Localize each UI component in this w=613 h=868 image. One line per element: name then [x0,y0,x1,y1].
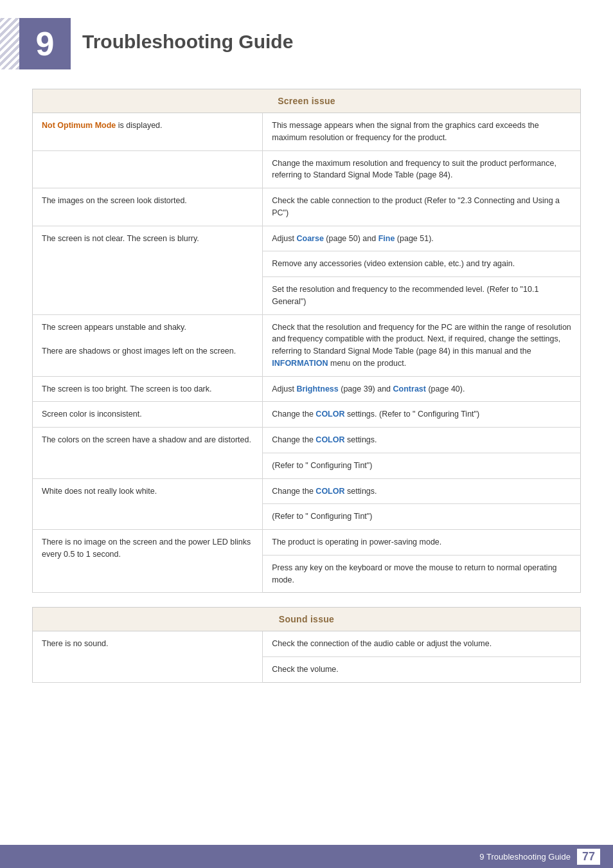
chapter-title: Troubleshooting Guide [82,31,293,53]
table-row: The screen is not clear. The screen is b… [33,226,581,251]
highlight-color: COLOR [315,410,344,419]
table-row: There is no image on the screen and the … [33,530,581,556]
table-row: There is no sound. Check the connection … [33,631,581,657]
table-row: Not Optimum Mode is displayed. This mess… [33,113,581,151]
problem-cell: Not Optimum Mode is displayed. [33,113,263,151]
problem-cell: The screen is not clear. The screen is b… [33,226,263,314]
chapter-number-block: 9 [19,18,71,69]
page-number: 77 [577,849,600,865]
table-row: The images on the screen look distorted.… [33,188,581,226]
table-row: The screen is too bright. The screen is … [33,376,581,402]
table-row: Screen color is inconsistent. Change the… [33,402,581,428]
highlight-fine: Fine [378,234,395,243]
solution-cell: (Refer to " Configuring Tint") [263,504,581,530]
problem-cell: The colors on the screen have a shadow a… [33,428,263,479]
solution-cell: Change the maximum resolution and freque… [263,150,581,188]
solution-cell: Check that the resolution and frequency … [263,314,581,376]
solution-cell: Change the COLOR settings. (Refer to " C… [263,402,581,428]
solution-cell: Remove any accessories (video extension … [263,251,581,277]
problem-cell: There is no sound. [33,631,263,683]
solution-cell: Press any key on the keyboard or move th… [263,555,581,593]
solution-cell: (Refer to " Configuring Tint") [263,453,581,478]
solution-cell: Adjust Brightness (page 39) and Contrast… [263,376,581,402]
solution-cell: Check the volume. [263,657,581,683]
sound-issue-header: Sound issue [33,608,581,631]
sound-issue-table: Sound issue There is no sound. Check the… [32,607,581,683]
solution-cell: Adjust Coarse (page 50) and Fine (page 5… [263,226,581,251]
highlight-information: INFORMATION [272,359,328,368]
solution-cell: Change the COLOR settings. [263,478,581,504]
solution-cell: Change the COLOR settings. [263,428,581,453]
highlight-color: COLOR [315,435,344,444]
footer-text: 9 Troubleshooting Guide [479,852,571,862]
screen-issue-table: Screen issue Not Optimum Mode is display… [32,89,581,593]
problem-cell: Screen color is inconsistent. [33,402,263,428]
problem-cell: The screen is too bright. The screen is … [33,376,263,402]
main-content: Screen issue Not Optimum Mode is display… [0,82,613,716]
screen-issue-header: Screen issue [33,89,581,113]
table-row: White does not really look white. Change… [33,478,581,504]
highlight-contrast: Contrast [393,384,426,393]
problem-cell: The images on the screen look distorted. [33,188,263,226]
highlight-brightness: Brightness [296,384,338,393]
problem-cell: The screen appears unstable and shaky. T… [33,314,263,376]
problem-cell [33,150,263,188]
table-row: Change the maximum resolution and freque… [33,150,581,188]
chapter-number: 9 [36,27,55,60]
problem-cell: There is no image on the screen and the … [33,530,263,593]
solution-cell: Check the connection of the audio cable … [263,631,581,657]
solution-cell: The product is operating in power-saving… [263,530,581,556]
solution-cell: Set the resolution and frequency to the … [263,277,581,315]
highlight-color: COLOR [315,487,344,496]
solution-cell: This message appears when the signal fro… [263,113,581,151]
table-row: The screen appears unstable and shaky. T… [33,314,581,376]
page-footer: 9 Troubleshooting Guide 77 [0,845,613,868]
solution-cell: Check the cable connection to the produc… [263,188,581,226]
problem-cell: White does not really look white. [33,478,263,530]
highlight-coarse: Coarse [296,234,323,243]
page-header: 9 Troubleshooting Guide [0,0,613,82]
table-row: The colors on the screen have a shadow a… [33,428,581,453]
highlight-text: Not Optimum Mode [42,121,116,130]
